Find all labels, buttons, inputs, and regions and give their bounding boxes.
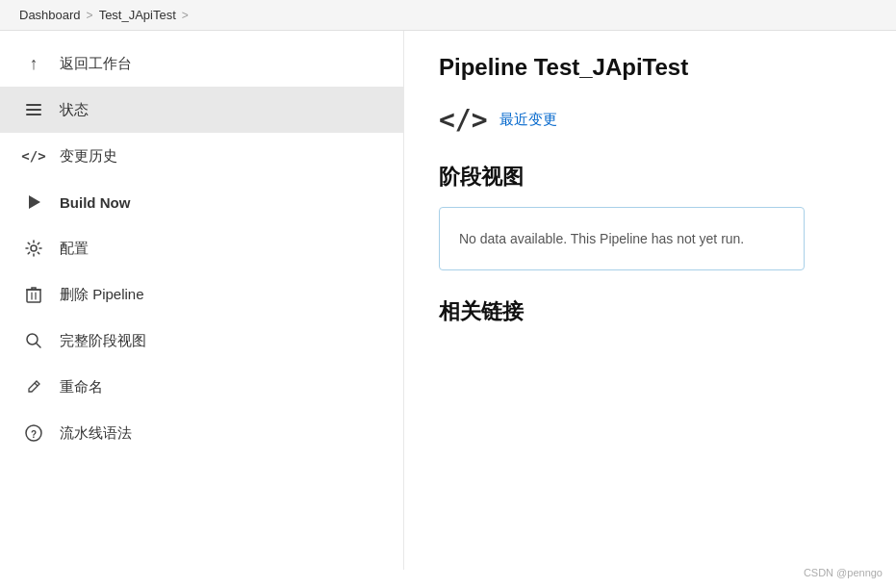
breadcrumb-bar: Dashboard > Test_JApiTest > <box>0 0 896 31</box>
stage-view-empty-message: No data available. This Pipeline has not… <box>459 231 744 246</box>
svg-rect-1 <box>26 109 41 111</box>
sidebar-item-changes[interactable]: </> 变更历史 <box>0 133 403 179</box>
stage-view-title: 阶段视图 <box>439 163 861 192</box>
sidebar-item-build-now[interactable]: Build Now <box>0 179 403 225</box>
sidebar-label-changes: 变更历史 <box>60 147 117 166</box>
svg-point-4 <box>31 245 37 251</box>
watermark: CSDN @penngo <box>804 567 883 578</box>
stage-view-box: No data available. This Pipeline has not… <box>439 207 805 270</box>
sidebar-item-delete[interactable]: 删除 Pipeline <box>0 271 403 318</box>
arrow-up-icon: ↑ <box>23 53 44 74</box>
sidebar-item-config[interactable]: 配置 <box>0 225 403 271</box>
sidebar-label-status: 状态 <box>60 101 89 119</box>
svg-rect-0 <box>26 104 41 106</box>
sidebar-item-full-stage[interactable]: 完整阶段视图 <box>0 318 403 364</box>
svg-rect-2 <box>26 114 41 115</box>
search-icon <box>23 330 44 351</box>
sidebar-label-delete: 删除 Pipeline <box>60 286 144 304</box>
status-icon <box>23 99 44 120</box>
related-links-title: 相关链接 <box>439 297 861 326</box>
svg-rect-5 <box>27 290 40 302</box>
svg-point-6 <box>27 334 38 345</box>
breadcrumb-project[interactable]: Test_JApiTest <box>99 8 176 22</box>
breadcrumb-dashboard[interactable]: Dashboard <box>19 8 81 22</box>
sidebar-item-rename[interactable]: 重命名 <box>0 364 403 410</box>
page-title: Pipeline Test_JApiTest <box>439 54 861 81</box>
sidebar-label-rename: 重命名 <box>60 378 103 396</box>
gear-icon <box>23 238 44 259</box>
sidebar-item-back[interactable]: ↑ 返回工作台 <box>0 40 403 87</box>
sidebar-label-syntax: 流水线语法 <box>60 424 132 443</box>
recent-changes-row: </> 最近变更 <box>439 104 861 136</box>
recent-changes-code-icon: </> <box>439 104 488 136</box>
sidebar: ↑ 返回工作台 状态 </> 变更历史 Build Now <box>0 31 404 570</box>
recent-changes-link[interactable]: 最近变更 <box>499 111 557 129</box>
sidebar-label-build-now: Build Now <box>60 194 130 211</box>
svg-text:?: ? <box>31 429 37 440</box>
sidebar-label-config: 配置 <box>60 240 89 258</box>
main-layout: ↑ 返回工作台 状态 </> 变更历史 Build Now <box>0 31 896 570</box>
sidebar-label-full-stage: 完整阶段视图 <box>60 332 146 350</box>
sidebar-item-syntax[interactable]: ? 流水线语法 <box>0 410 403 456</box>
breadcrumb-sep-2: > <box>182 9 189 22</box>
breadcrumb-sep-1: > <box>87 9 93 22</box>
help-icon: ? <box>23 422 44 444</box>
code-changes-icon: </> <box>23 145 44 166</box>
trash-icon <box>23 284 44 305</box>
sidebar-label-back: 返回工作台 <box>60 55 132 73</box>
sidebar-item-status[interactable]: 状态 <box>0 87 403 133</box>
svg-marker-3 <box>29 195 40 209</box>
pencil-icon <box>23 376 44 397</box>
build-now-icon <box>23 192 44 213</box>
content-area: Pipeline Test_JApiTest </> 最近变更 阶段视图 No … <box>404 31 896 570</box>
